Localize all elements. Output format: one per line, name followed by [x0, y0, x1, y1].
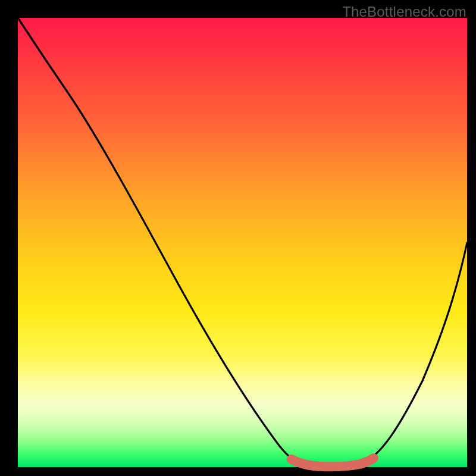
- optimal-range-highlight: [292, 458, 374, 466]
- chart-frame: [9, 18, 467, 467]
- watermark-text: TheBottleneck.com: [342, 4, 466, 20]
- gradient-plot-area: [18, 18, 467, 467]
- curve-layer: [18, 18, 467, 467]
- bottleneck-curve: [18, 18, 467, 466]
